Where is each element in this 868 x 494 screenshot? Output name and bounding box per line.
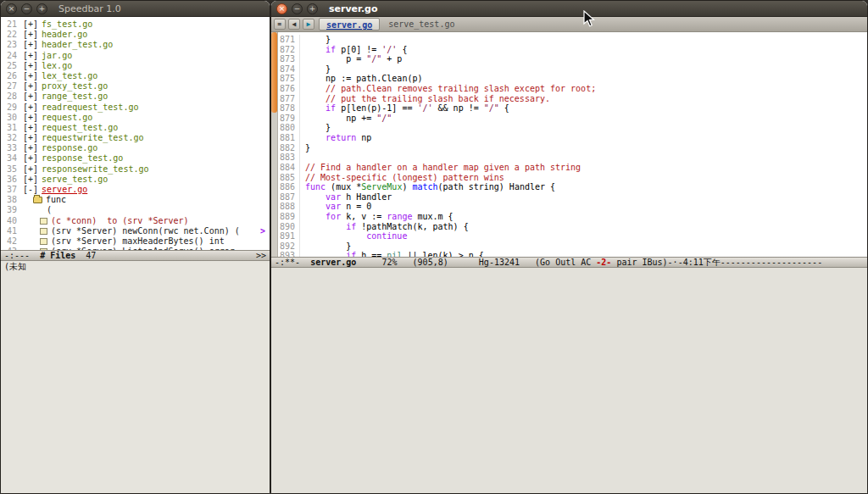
item-label[interactable]: jar.go xyxy=(42,51,72,61)
line-number: 875 xyxy=(278,74,300,84)
item-label[interactable]: ( xyxy=(47,205,52,215)
item-label[interactable]: request_test.go xyxy=(42,123,118,133)
expander-toggle[interactable]: [+] xyxy=(23,103,38,113)
tab-list-button[interactable]: ≡ xyxy=(274,19,286,30)
speedbar-row: 22[+]header.go xyxy=(1,30,270,40)
speedbar-row: 27[+]proxy_test.go xyxy=(1,81,270,92)
line-number: 36 xyxy=(1,175,21,185)
item-label[interactable]: (c *conn) to (srv *Server) xyxy=(51,216,189,226)
row-body: func xyxy=(33,195,66,205)
expander-toggle[interactable]: [+] xyxy=(23,71,38,81)
speedbar-row: 42(srv *Server) maxHeaderBytes() int xyxy=(1,236,270,247)
row-body: [+]jar.go xyxy=(23,51,72,61)
code-text: if !pathMatch(k, path) { xyxy=(305,222,469,232)
tab-server-go[interactable]: server.go xyxy=(319,18,380,31)
row-body: (srv *Server) ListenAndServe() error xyxy=(40,247,235,250)
forward-button[interactable]: ▶ xyxy=(303,19,314,30)
item-label[interactable]: requestwrite_test.go xyxy=(42,133,143,143)
tag-icon xyxy=(40,248,47,250)
expander-toggle[interactable]: [+] xyxy=(23,113,38,123)
expander-toggle[interactable]: [+] xyxy=(23,19,38,30)
code-text: for k, v := range mux.m { xyxy=(305,212,453,222)
item-label[interactable]: readrequest_test.go xyxy=(42,103,138,113)
item-label[interactable]: lex_test.go xyxy=(42,71,97,81)
speedbar-file-list[interactable]: 21[+]fs_test.go22[+]header.go23[+]header… xyxy=(1,17,270,250)
speedbar-row: 39( xyxy=(1,205,270,215)
speedbar-scroll-right[interactable]: >> xyxy=(256,251,266,260)
speedbar-row: 24[+]jar.go xyxy=(1,51,270,61)
item-label[interactable]: (srv *Server) newConn(rwc net.Conn) ( xyxy=(51,226,240,236)
minimize-button[interactable]: − xyxy=(21,3,32,14)
expander-toggle[interactable]: [+] xyxy=(23,51,38,61)
item-label[interactable]: responsewrite_test.go xyxy=(42,164,148,175)
item-label[interactable]: response.go xyxy=(42,143,97,153)
speedbar-row: 25[+]lex.go xyxy=(1,61,270,71)
row-body: [+]header.go xyxy=(23,30,87,40)
line-number: 32 xyxy=(1,133,21,143)
code-line: 883 xyxy=(278,153,867,163)
code-text: // Find a handler on a handler map given… xyxy=(305,163,581,173)
line-number: 22 xyxy=(1,30,21,40)
scrollbar-thumb[interactable] xyxy=(271,32,277,113)
expander-toggle[interactable]: [+] xyxy=(23,81,38,92)
row-body: ( xyxy=(47,205,52,215)
speedbar-row: 33[+]response.go xyxy=(1,143,270,153)
item-label[interactable]: request.go xyxy=(42,113,92,123)
item-label[interactable]: proxy_test.go xyxy=(42,81,108,92)
close-button[interactable]: × xyxy=(6,3,17,14)
back-button[interactable]: ◀ xyxy=(288,19,300,30)
item-label[interactable]: lex.go xyxy=(42,61,72,71)
line-number: 25 xyxy=(1,61,21,71)
code-editor[interactable]: 871 }872 if p[0] != '/' {873 p = "/" + p… xyxy=(278,32,867,257)
line-number: 891 xyxy=(278,231,300,241)
expander-toggle[interactable]: [+] xyxy=(23,143,38,153)
row-body: [+]request_test.go xyxy=(23,123,118,133)
expander-toggle[interactable]: [+] xyxy=(23,133,38,143)
expander-toggle[interactable]: [+] xyxy=(23,164,38,175)
item-label[interactable]: (srv *Server) ListenAndServe() error xyxy=(51,247,235,250)
item-label[interactable]: header_test.go xyxy=(42,40,113,50)
line-number: 38 xyxy=(1,195,21,205)
expander-toggle[interactable]: [+] xyxy=(23,175,38,185)
expander-toggle[interactable]: [-] xyxy=(23,185,38,195)
editor-titlebar[interactable]: × − + server.go xyxy=(271,1,867,17)
row-body: [+]lex_test.go xyxy=(23,71,97,81)
item-label[interactable]: fs_test.go xyxy=(42,19,92,30)
expander-toggle[interactable]: [+] xyxy=(23,92,38,102)
code-line: 893 if h == nil || len(k) > n { xyxy=(278,251,867,256)
tab-serve-test-go[interactable]: serve_test.go xyxy=(381,18,461,31)
vertical-scrollbar[interactable] xyxy=(271,32,278,257)
code-text: return np xyxy=(305,133,371,143)
expander-toggle[interactable]: [+] xyxy=(23,30,38,40)
line-number: 871 xyxy=(278,35,300,45)
row-body: (srv *Server) maxHeaderBytes() int xyxy=(40,236,225,247)
speedbar-row: 36[+]serve_test.go xyxy=(1,175,270,185)
item-label[interactable]: server.go xyxy=(42,185,87,195)
maximize-button[interactable]: + xyxy=(36,3,47,14)
speedbar-titlebar[interactable]: × − + Speedbar 1.0 xyxy=(1,1,270,17)
maximize-button[interactable]: + xyxy=(307,3,318,14)
code-line: 873 p = "/" + p xyxy=(278,54,867,64)
item-label[interactable]: (srv *Server) maxHeaderBytes() int xyxy=(51,236,225,247)
close-button[interactable]: × xyxy=(276,3,287,14)
item-label[interactable]: range_test.go xyxy=(42,92,108,102)
item-label[interactable]: header.go xyxy=(42,30,87,40)
speedbar-row: 40(c *conn) to (srv *Server) xyxy=(1,216,270,226)
expander-toggle[interactable]: [+] xyxy=(23,123,38,133)
line-number: 28 xyxy=(1,92,21,102)
editor-modeline: -:**- server.go 72% (905,8) Hg-13241 (Go… xyxy=(271,257,867,268)
line-number: 888 xyxy=(278,202,300,212)
code-text: // path.Clean removes trailing slash exc… xyxy=(305,84,596,94)
code-line: 880 } xyxy=(278,123,867,133)
expander-toggle[interactable]: [+] xyxy=(23,40,38,50)
code-line: 881 return np xyxy=(278,133,867,143)
expander-toggle[interactable]: [+] xyxy=(23,61,38,71)
expander-toggle[interactable]: [+] xyxy=(23,153,38,164)
row-body: (c *conn) to (srv *Server) xyxy=(40,216,189,226)
item-label[interactable]: response_test.go xyxy=(42,153,123,164)
item-label[interactable]: serve_test.go xyxy=(42,175,108,185)
code-line: 874 } xyxy=(278,64,867,75)
item-label[interactable]: func xyxy=(46,195,66,205)
line-number: 889 xyxy=(278,212,300,222)
minimize-button[interactable]: − xyxy=(292,3,303,14)
